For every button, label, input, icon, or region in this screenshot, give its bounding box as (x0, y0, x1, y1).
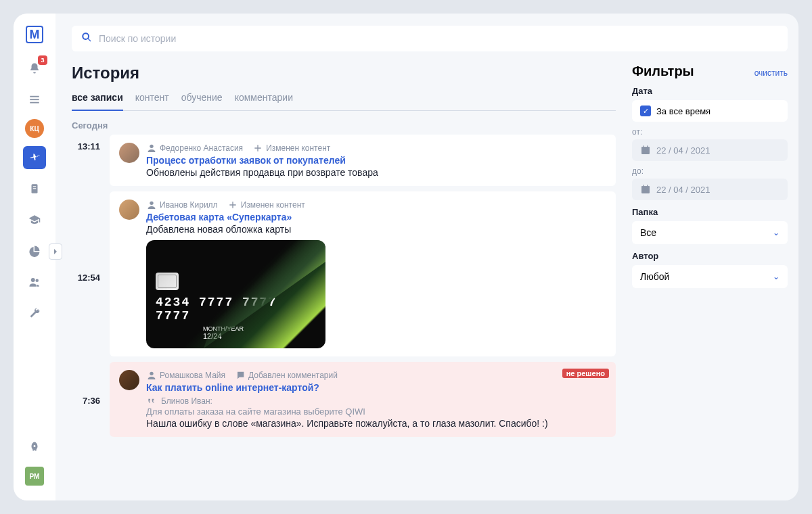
entry-desc: Добавлена новая обложка карты (146, 224, 606, 235)
filter-to-label: до: (632, 166, 788, 176)
entry-title[interactable]: Процесс отработки заявок от покупателей (146, 155, 606, 166)
filter-folder-select[interactable]: Все ⌄ (632, 221, 788, 244)
tab-all[interactable]: все записи (72, 88, 123, 111)
svg-rect-0 (30, 96, 39, 97)
filter-label-date: Дата (632, 86, 788, 96)
avatar (119, 370, 139, 390)
filter-label-author: Автор (632, 251, 788, 261)
svg-rect-14 (647, 145, 648, 147)
tabs: все записи контент обучение комментарии (72, 88, 616, 111)
nav-menu[interactable] (23, 88, 46, 111)
history-card[interactable]: Федоренко Анастасия Изменен контент Проц… (110, 135, 616, 186)
user-icon (146, 200, 157, 210)
document-icon (28, 183, 41, 195)
chevron-right-icon (50, 246, 61, 257)
filter-date-all[interactable]: ✓ За все время (632, 100, 788, 122)
plus-icon (227, 200, 238, 210)
entry-desc: Обновлены действия продавца при возврате… (146, 167, 606, 178)
filter-date-to[interactable]: 22 / 04 / 2021 (632, 179, 788, 200)
pin-icon (28, 151, 41, 164)
history-card[interactable]: Иванов Кирилл Изменен контент Дебетовая … (110, 191, 616, 356)
svg-rect-17 (644, 185, 644, 187)
search-icon (81, 32, 92, 45)
nav-badge-rm[interactable]: РМ (25, 467, 44, 486)
filters-clear-link[interactable]: очистить (754, 68, 788, 78)
nav-notifications[interactable]: 3 (23, 57, 46, 80)
svg-rect-2 (30, 102, 39, 103)
svg-rect-12 (641, 147, 650, 149)
svg-rect-4 (33, 186, 37, 187)
day-label: Сегодня (72, 116, 616, 135)
card-number: 4234 7777 7777 7777 (156, 296, 316, 323)
entry-time: 13:11 (72, 135, 110, 151)
nav-settings[interactable] (23, 302, 46, 325)
entry-title[interactable]: Как платить online интернет-картой? (146, 382, 606, 393)
users-icon (28, 276, 41, 288)
svg-rect-1 (30, 99, 39, 100)
menu-icon (28, 93, 41, 106)
entry-title[interactable]: Дебетовая карта «Суперкарта» (146, 212, 606, 223)
user-icon (146, 370, 157, 381)
notification-badge: 3 (38, 55, 47, 65)
author-meta: Федоренко Анастасия (146, 143, 243, 154)
graduation-cap-icon (28, 214, 41, 226)
nav-badge-kc[interactable]: КЦ (25, 119, 44, 138)
entry-time: 12:54 (72, 191, 110, 283)
svg-rect-13 (644, 145, 644, 147)
filter-author-select[interactable]: Любой ⌄ (632, 265, 788, 288)
quote-icon (146, 396, 157, 406)
avatar (119, 143, 139, 163)
search-bar[interactable] (72, 26, 788, 51)
checkbox-checked-icon: ✓ (640, 106, 651, 116)
card-expiry: MONTH/YEAR12/24 (156, 325, 316, 340)
author-meta: Ромашкова Майя (146, 370, 225, 381)
svg-point-8 (150, 145, 153, 148)
tab-comments[interactable]: комментарии (235, 88, 293, 111)
wrench-icon (28, 307, 41, 319)
nav-launch[interactable] (23, 436, 46, 459)
avatar (119, 200, 139, 220)
svg-point-10 (150, 372, 153, 375)
plus-icon (252, 143, 263, 154)
tab-learning[interactable]: обучение (181, 88, 223, 111)
nav-docs[interactable] (23, 177, 46, 200)
filter-date-from[interactable]: 22 / 04 / 2021 (632, 139, 788, 161)
filters-title: Фильтры (632, 64, 694, 79)
calendar-icon (640, 145, 651, 156)
entry-desc: Нашла ошибку в слове «магазина». Исправь… (146, 418, 606, 429)
rocket-icon (28, 441, 41, 453)
comment-icon (235, 370, 246, 381)
card-chip-icon (156, 273, 179, 290)
nav-analytics[interactable] (23, 239, 46, 262)
pie-chart-icon (28, 245, 41, 257)
entry-time: 7:36 (72, 362, 110, 406)
tab-content[interactable]: контент (135, 88, 169, 111)
card-brand: VISA (279, 346, 316, 348)
action-meta: Добавлен комментарий (235, 370, 338, 381)
status-badge: не решено (562, 369, 609, 378)
nav-history[interactable] (23, 146, 46, 169)
calendar-icon (640, 184, 651, 195)
credit-card-preview: 4234 7777 7777 7777 MONTH/YEAR12/24 MAKS… (146, 240, 325, 348)
filter-label-folder: Папка (632, 207, 788, 217)
filters-panel: Фильтры очистить Дата ✓ За все время от:… (632, 64, 788, 500)
filter-from-label: от: (632, 127, 788, 137)
author-meta: Иванов Кирилл (146, 200, 218, 210)
page-title: История (72, 64, 616, 83)
quote-text: Для оплаты заказа на сайте магазина выбе… (146, 406, 606, 417)
svg-point-7 (36, 279, 39, 283)
svg-point-6 (31, 278, 35, 282)
nav-users[interactable] (23, 271, 46, 294)
history-card-unresolved[interactable]: не решено Ромашкова Майя Добавлен коммен… (110, 362, 616, 437)
action-meta: Изменен контент (227, 200, 305, 210)
sidebar-expand-handle[interactable] (49, 243, 62, 260)
chevron-down-icon: ⌄ (773, 272, 780, 281)
svg-rect-18 (647, 185, 648, 187)
action-meta: Изменен контент (252, 143, 330, 154)
quote-author: Блинов Иван: (146, 396, 606, 406)
search-input[interactable] (99, 33, 778, 44)
nav-learning[interactable] (23, 208, 46, 231)
user-icon (146, 143, 157, 154)
svg-rect-5 (33, 188, 37, 189)
sidebar: M 3 КЦ РМ (14, 14, 55, 500)
